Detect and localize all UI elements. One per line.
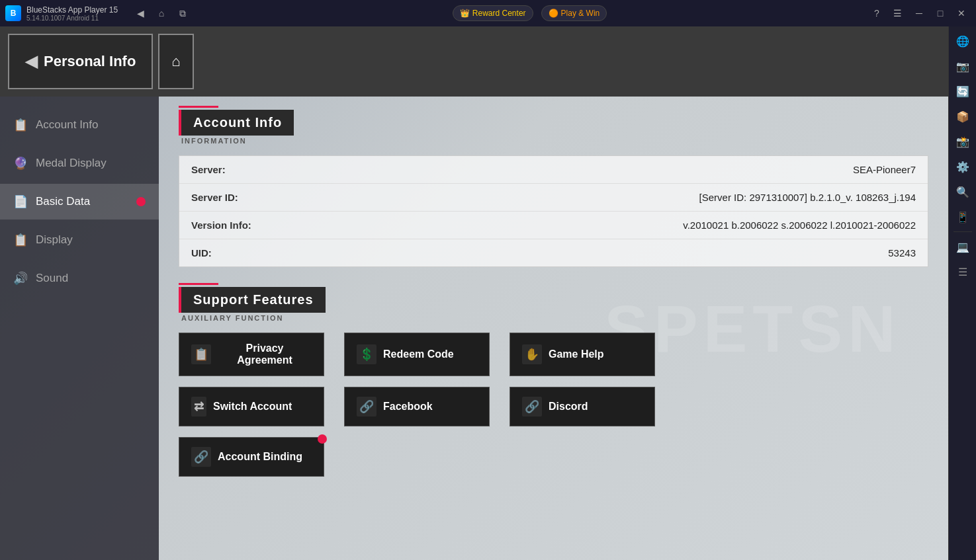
title-nav: ◀ ⌂ ⧉ bbox=[131, 4, 192, 22]
game-body: SPETSN 📋 Account Info 🔮 Medal Display 📄 … bbox=[0, 97, 948, 560]
switch-account-btn[interactable]: ⇄ Switch Account bbox=[179, 387, 324, 426]
ingame-sidebar: 📋 Account Info 🔮 Medal Display 📄 Basic D… bbox=[0, 97, 159, 560]
sidebar-basic-data-label: Basic Data bbox=[36, 195, 90, 208]
rs-separator bbox=[954, 231, 972, 232]
sidebar-sound-label: Sound bbox=[36, 272, 68, 285]
account-binding-btn[interactable]: 🔗 Account Binding bbox=[179, 437, 324, 477]
close-btn[interactable]: ✕ bbox=[952, 4, 971, 22]
account-info-icon: 📋 bbox=[13, 118, 28, 132]
reward-center-label: Reward Center bbox=[472, 9, 526, 18]
basic-data-icon: 📄 bbox=[13, 194, 28, 209]
account-binding-label: Account Binding bbox=[218, 451, 302, 463]
sound-icon: 🔊 bbox=[13, 271, 28, 286]
rs-icon-0[interactable]: 🌐 bbox=[951, 29, 975, 53]
section-divider-support bbox=[179, 283, 218, 285]
uid-value: 53243 bbox=[888, 247, 916, 259]
account-info-title-box: Account Info bbox=[179, 110, 294, 136]
rs-icon-5[interactable]: ⚙️ bbox=[951, 155, 975, 179]
sidebar-item-account-info[interactable]: 📋 Account Info bbox=[0, 107, 159, 143]
rs-icon-4[interactable]: 📸 bbox=[951, 130, 975, 153]
rs-icon-8[interactable]: 💻 bbox=[951, 235, 975, 259]
sidebar-medal-display-label: Medal Display bbox=[36, 157, 107, 170]
version-label: Version Info: bbox=[191, 220, 284, 231]
game-help-icon: ✋ bbox=[522, 344, 542, 364]
minimize-btn[interactable]: ─ bbox=[910, 4, 928, 22]
redeem-code-btn[interactable]: 💲 Redeem Code bbox=[344, 333, 490, 376]
server-id-label: Server ID: bbox=[191, 192, 284, 203]
discord-icon: 🔗 bbox=[522, 397, 542, 417]
account-info-table: Server: SEA-Pioneer7 Server ID: [Server … bbox=[179, 155, 928, 267]
rs-icon-1[interactable]: 📷 bbox=[951, 54, 975, 78]
reward-center-btn[interactable]: 👑 Reward Center bbox=[453, 5, 533, 21]
privacy-agreement-label: Privacy Agreement bbox=[218, 342, 312, 366]
facebook-icon: 🔗 bbox=[357, 397, 377, 417]
basic-data-notification bbox=[136, 197, 146, 206]
redeem-icon: 💲 bbox=[357, 344, 377, 364]
redeem-code-label: Redeem Code bbox=[383, 348, 454, 360]
rs-icon-6[interactable]: 🔍 bbox=[951, 180, 975, 204]
sidebar-account-info-label: Account Info bbox=[36, 118, 99, 132]
nav-copy-btn[interactable]: ⧉ bbox=[173, 4, 192, 22]
server-label: Server: bbox=[191, 164, 284, 175]
nav-home-btn[interactable]: ⌂ bbox=[152, 4, 171, 22]
title-bar-center: 👑 Reward Center 🟠 Play & Win bbox=[453, 5, 607, 21]
rs-icon-2[interactable]: 🔄 bbox=[951, 79, 975, 103]
back-arrow-icon: ◀ bbox=[25, 52, 37, 71]
info-row-version: Version Info: v.2010021 b.2006022 s.2006… bbox=[179, 212, 928, 239]
main-panel: Account Info INFORMATION Server: SEA-Pio… bbox=[159, 97, 948, 560]
home-icon: ⌂ bbox=[171, 53, 180, 70]
account-binding-icon: 🔗 bbox=[191, 447, 211, 467]
privacy-icon: 📋 bbox=[191, 344, 211, 364]
app-icon: B bbox=[5, 5, 21, 21]
privacy-agreement-btn[interactable]: 📋 Privacy Agreement bbox=[179, 333, 324, 376]
sidebar-item-display[interactable]: 📋 Display bbox=[0, 222, 159, 258]
support-features-title: Support Features bbox=[193, 292, 314, 307]
support-features-subtitle: AUXILIARY FUNCTION bbox=[179, 314, 928, 322]
facebook-label: Facebook bbox=[383, 401, 433, 413]
medal-display-icon: 🔮 bbox=[13, 156, 28, 171]
sidebar-item-medal-display[interactable]: 🔮 Medal Display bbox=[0, 145, 159, 181]
game-area: ◀ Personal Info ⌂ SPETSN 📋 Account Info bbox=[0, 26, 948, 560]
uid-label: UID: bbox=[191, 247, 284, 259]
title-bar-left: B BlueStacks App Player 15 5.14.10.1007 … bbox=[5, 4, 192, 22]
game-help-btn[interactable]: ✋ Game Help bbox=[510, 333, 655, 376]
features-grid: 📋 Privacy Agreement 💲 Redeem Code ✋ Game… bbox=[179, 333, 928, 477]
help-btn[interactable]: ? bbox=[867, 4, 886, 22]
discord-btn[interactable]: 🔗 Discord bbox=[510, 387, 655, 426]
account-info-title: Account Info bbox=[193, 115, 282, 130]
account-binding-notification bbox=[318, 434, 327, 444]
maximize-btn[interactable]: □ bbox=[931, 4, 950, 22]
personal-info-label: Personal Info bbox=[44, 53, 136, 70]
server-id-value: [Server ID: 2971310007] b.2.1.0_v. 10826… bbox=[699, 192, 916, 203]
section-divider-account bbox=[179, 106, 218, 108]
home-button[interactable]: ⌂ bbox=[158, 34, 193, 89]
right-sidebar: 🌐 📷 🔄 📦 📸 ⚙️ 🔍 📱 💻 ☰ bbox=[948, 26, 976, 560]
nav-back-btn[interactable]: ◀ bbox=[131, 4, 150, 22]
sidebar-item-sound[interactable]: 🔊 Sound bbox=[0, 260, 159, 296]
display-icon: 📋 bbox=[13, 233, 28, 247]
crown-icon: 👑 bbox=[460, 9, 470, 18]
account-info-subtitle: INFORMATION bbox=[179, 137, 928, 145]
fire-icon: 🟠 bbox=[549, 9, 558, 18]
switch-account-label: Switch Account bbox=[213, 401, 292, 413]
version-value: v.2010021 b.2006022 s.2006022 l.2010021-… bbox=[683, 220, 916, 231]
account-info-section-header: Account Info INFORMATION bbox=[179, 110, 928, 145]
rs-icon-9[interactable]: ☰ bbox=[951, 260, 975, 284]
rs-icon-7[interactable]: 📱 bbox=[951, 205, 975, 229]
sidebar-display-label: Display bbox=[36, 233, 73, 247]
sidebar-item-basic-data[interactable]: 📄 Basic Data bbox=[0, 184, 159, 220]
facebook-btn[interactable]: 🔗 Facebook bbox=[344, 387, 490, 426]
rs-icon-3[interactable]: 📦 bbox=[951, 104, 975, 128]
main-content: ◀ Personal Info ⌂ SPETSN 📋 Account Info bbox=[0, 26, 976, 560]
menu-btn[interactable]: ☰ bbox=[889, 4, 907, 22]
app-title: BlueStacks App Player 15 bbox=[26, 5, 118, 15]
discord-label: Discord bbox=[549, 401, 588, 413]
title-bar: B BlueStacks App Player 15 5.14.10.1007 … bbox=[0, 0, 976, 26]
play-win-btn[interactable]: 🟠 Play & Win bbox=[541, 5, 607, 21]
support-features-title-box: Support Features bbox=[179, 287, 326, 313]
app-subtitle: 5.14.10.1007 Android 11 bbox=[26, 15, 118, 22]
play-win-label: Play & Win bbox=[561, 9, 600, 18]
game-help-label: Game Help bbox=[549, 348, 604, 360]
personal-info-btn[interactable]: ◀ Personal Info bbox=[8, 34, 153, 89]
server-value: SEA-Pioneer7 bbox=[853, 164, 916, 175]
